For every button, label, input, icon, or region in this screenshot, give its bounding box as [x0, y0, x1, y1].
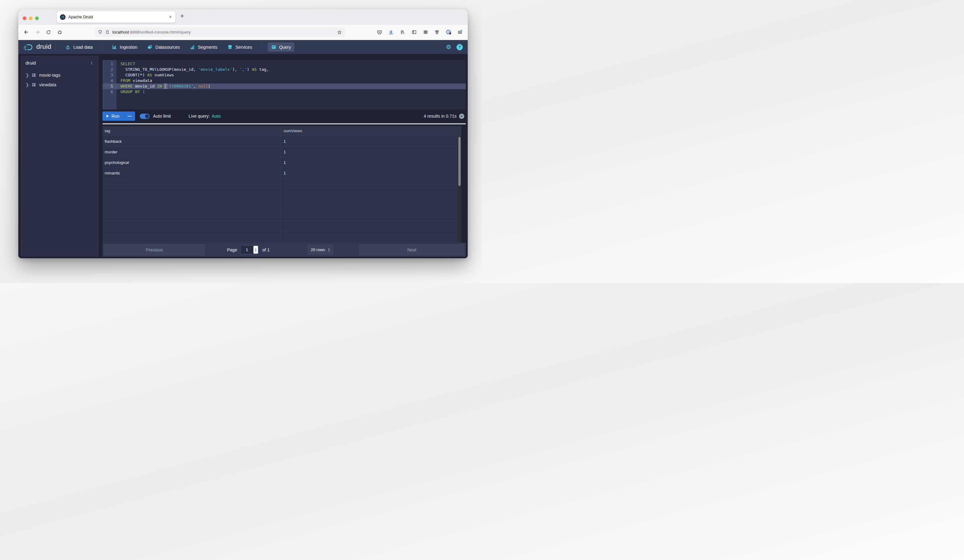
nav-item-load-data[interactable]: Load data [62, 42, 96, 52]
services-icon [227, 44, 233, 50]
bookmark-star-icon[interactable] [337, 30, 342, 35]
table-icon [31, 73, 36, 78]
results-table: tag numViews flashback1murder1psychologi… [103, 126, 461, 243]
resize-splitter[interactable] [103, 123, 466, 125]
url-bar[interactable]: localhost:8888/unified-console.html#quer… [95, 27, 345, 37]
ublock-icon[interactable]: uO [432, 28, 441, 37]
line-number: 2 [103, 67, 116, 72]
cell-tag[interactable]: murder [103, 147, 282, 157]
scrollbar-thumb[interactable] [458, 137, 461, 186]
table-scrollbar[interactable] [458, 136, 461, 243]
sidebar-icon[interactable] [409, 28, 418, 37]
cell-numviews[interactable]: 1 [282, 136, 461, 146]
close-tab-icon[interactable] [168, 15, 173, 19]
table-row[interactable]: murder1 [103, 147, 461, 157]
fence-icon[interactable] [421, 28, 430, 37]
run-label: Run [111, 114, 120, 118]
onepassword-icon[interactable] [444, 28, 453, 37]
nav-item-services[interactable]: Services [224, 42, 256, 52]
play-icon [106, 115, 109, 118]
url-rest: :8888/unified-console.html#query [129, 30, 191, 34]
code-line-5[interactable]: 5WHERE movie_id IN ('tt0066181', null) [103, 83, 466, 89]
chevron-right-icon[interactable]: ❯ [26, 82, 29, 87]
library-icon[interactable] [398, 28, 407, 37]
toggle-knob [145, 114, 149, 118]
table-row[interactable]: flashback1 [103, 136, 461, 147]
rows-per-page-select[interactable]: 20 rows ▲▼ [308, 245, 334, 255]
pocket-icon[interactable] [375, 28, 384, 37]
run-button-group: Run ••• [103, 112, 135, 121]
cell-numviews[interactable]: 1 [282, 168, 461, 178]
column-header-tag[interactable]: tag [103, 126, 282, 136]
cell-tag[interactable]: flashback [103, 136, 282, 146]
code-line-2[interactable]: 2 STRING_TO_MV(LOOKUP(movie_id, 'movie_l… [103, 67, 466, 72]
nav-item-datasources[interactable]: Datasources [144, 42, 183, 52]
sidebar-table-viewdata[interactable]: ❯viewdata [26, 80, 94, 89]
nav-item-label: Query [279, 45, 291, 50]
url-text[interactable]: localhost:8888/unified-console.html#quer… [112, 30, 334, 34]
next-page-button[interactable]: Next [359, 244, 465, 255]
minimize-window-button[interactable] [29, 16, 33, 20]
window-controls [23, 16, 39, 20]
browser-tab[interactable]: Apache Druid [57, 11, 176, 23]
table-row-empty [103, 210, 461, 221]
chevron-right-icon[interactable]: ❯ [26, 73, 29, 78]
download-results-icon[interactable] [459, 114, 464, 119]
close-window-button[interactable] [23, 16, 26, 20]
auto-limit-toggle[interactable] [140, 114, 150, 119]
previous-page-button[interactable]: Previous [104, 244, 205, 255]
menu-icon[interactable] [455, 28, 465, 37]
table-tree: ❯movie-tags❯viewdata [26, 70, 94, 89]
page-number-value: 1 [241, 247, 253, 252]
results-info: 4 results in 0.71s [423, 114, 464, 119]
run-button[interactable]: Run [103, 112, 125, 121]
ingestion-icon [112, 44, 117, 50]
zoom-window-button[interactable] [35, 16, 39, 20]
help-icon[interactable]: ? [456, 44, 463, 50]
nav-item-query[interactable]: Query [268, 42, 295, 52]
page-number-input[interactable]: 1 ▲▼ [240, 245, 259, 254]
sidebar-table-movie-tags[interactable]: ❯movie-tags [26, 70, 94, 80]
code-line-1[interactable]: 1SELECT [103, 61, 466, 67]
shield-icon[interactable] [98, 30, 103, 34]
code-line-4[interactable]: 4FROM viewdata [103, 78, 466, 83]
home-icon[interactable] [55, 28, 64, 37]
druid-logo[interactable]: druid [23, 43, 51, 51]
table-row[interactable]: psychological1 [103, 157, 461, 168]
url-host: localhost [112, 30, 129, 34]
new-tab-button[interactable] [179, 13, 185, 19]
line-number: 4 [103, 78, 116, 83]
cell-numviews[interactable]: 1 [282, 157, 461, 168]
nav-item-label: Datasources [155, 45, 180, 50]
table-row-empty [103, 179, 461, 189]
sql-editor[interactable]: 1SELECT2 STRING_TO_MV(LOOKUP(movie_id, '… [103, 60, 466, 110]
code-line-content: WHERE movie_id IN ('tt0066181', null) [116, 83, 466, 89]
cell-tag[interactable]: romantic [103, 168, 282, 178]
browser-window: Apache Druid localh [18, 9, 468, 258]
table-row[interactable]: romantic1 [103, 168, 461, 179]
sort-swap-vertical-icon[interactable] [90, 61, 94, 65]
nav-item-label: Segments [198, 45, 217, 50]
page-info-icon[interactable] [105, 30, 110, 34]
upload-icon [65, 44, 70, 50]
cell-numviews[interactable]: 1 [282, 147, 461, 157]
nav-right: ⚙ ? [446, 44, 463, 50]
nav-item-ingestion[interactable]: Ingestion [108, 42, 141, 52]
cell-tag[interactable]: psychological [103, 157, 282, 168]
datasources-icon [147, 44, 153, 50]
back-icon[interactable] [21, 28, 31, 37]
reload-icon[interactable] [44, 28, 53, 37]
table-row-empty [103, 221, 461, 231]
results-summary: 4 results in 0.71s [423, 114, 456, 118]
nav-item-segments[interactable]: Segments [186, 42, 221, 52]
forward-icon[interactable] [33, 28, 42, 37]
code-line-content: GROUP BY 1 [116, 89, 466, 95]
code-line-3[interactable]: 3 COUNT(*) AS numViews [103, 72, 466, 78]
download-icon[interactable] [386, 28, 396, 37]
code-line-6[interactable]: 6GROUP BY 1 [103, 89, 466, 95]
column-header-numviews[interactable]: numViews [282, 126, 461, 136]
run-more-button[interactable]: ••• [125, 112, 135, 121]
page-spinner[interactable]: ▲▼ [253, 246, 258, 253]
live-query-value[interactable]: Auto [212, 114, 221, 118]
settings-gear-icon[interactable]: ⚙ [446, 44, 451, 50]
